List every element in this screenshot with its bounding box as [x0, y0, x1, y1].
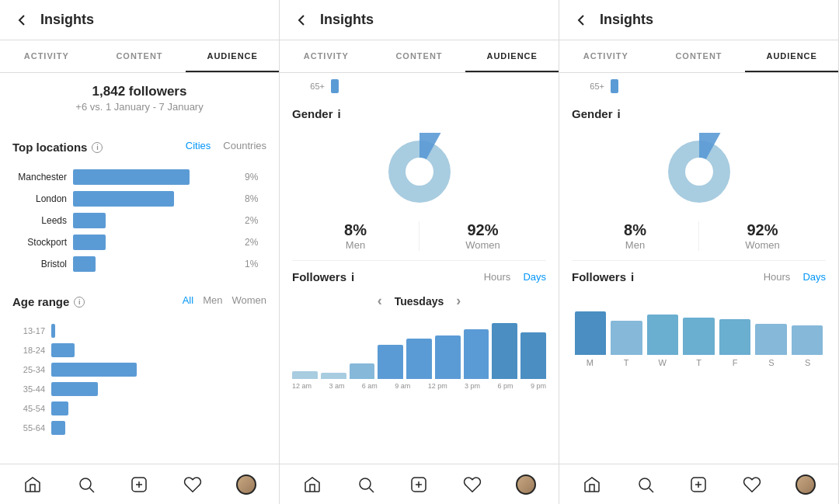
- hourly-bar-1: [321, 373, 346, 379]
- age-tab-men[interactable]: Men: [203, 294, 222, 306]
- svg-point-7: [406, 158, 433, 186]
- heart-icon-1[interactable]: [183, 474, 203, 495]
- hourly-labels-2: 12 am 3 am 6 am 9 am 12 pm 3 pm 6 pm 9 p…: [292, 382, 546, 390]
- followers-section-header-3: Followers i Hours Days: [572, 270, 826, 283]
- tab-activity-2[interactable]: ACTIVITY: [280, 40, 373, 72]
- panel-2: Insights ACTIVITY CONTENT AUDIENCE 65+ G…: [280, 0, 559, 504]
- add-icon-1[interactable]: [129, 474, 149, 495]
- gender-info-icon-2[interactable]: i: [338, 107, 341, 120]
- home-icon-1[interactable]: [23, 474, 43, 495]
- age-bar-13-17: 13-17: [12, 324, 266, 338]
- gender-men-stat-2: 8% Men: [292, 221, 420, 251]
- clipped-age-bar-3: [611, 79, 618, 93]
- bar-label-manchester: Manchester: [12, 172, 67, 182]
- add-icon-2[interactable]: [409, 474, 429, 495]
- time-toggle-3: Hours Days: [764, 271, 826, 283]
- age-bar-45-54: 45-54: [12, 401, 266, 415]
- tab-audience-2[interactable]: AUDIENCE: [465, 40, 559, 72]
- tab-audience-3[interactable]: AUDIENCE: [745, 40, 838, 72]
- prev-day-icon-2[interactable]: ‹: [378, 293, 382, 309]
- tabs-1: ACTIVITY CONTENT AUDIENCE: [0, 40, 279, 73]
- days-tab-3[interactable]: Days: [802, 271, 826, 283]
- age-range-header: Age range i All Men Women: [12, 284, 266, 316]
- bar-fill-london: [73, 191, 174, 207]
- bottom-nav-1: [0, 464, 279, 504]
- bar-row-leeds: Leeds 2%: [12, 213, 266, 228]
- hour-label-5: 3 pm: [465, 382, 480, 390]
- bar-fill-manchester: [73, 169, 190, 185]
- countries-tab[interactable]: Countries: [223, 140, 266, 151]
- age-tab-women[interactable]: Women: [232, 294, 266, 306]
- tab-content-1[interactable]: CONTENT: [93, 40, 186, 72]
- week-label-T1: T: [608, 358, 645, 367]
- heart-icon-3[interactable]: [742, 474, 762, 495]
- bar-row-london: London 8%: [12, 191, 266, 207]
- age-range-info-icon[interactable]: i: [74, 297, 85, 308]
- tab-activity-1[interactable]: ACTIVITY: [0, 40, 93, 72]
- weekly-bar-T1: [611, 321, 642, 355]
- avatar-1: [236, 474, 256, 495]
- bar-track-london: [73, 191, 235, 207]
- bar-row-stockport: Stockport 2%: [12, 235, 266, 250]
- followers-header: 1,842 followers +6 vs. 1 January - 7 Jan…: [12, 73, 266, 119]
- gender-women-stat-3: 92% Women: [699, 221, 826, 251]
- tab-activity-3[interactable]: ACTIVITY: [559, 40, 653, 72]
- tab-content-2[interactable]: CONTENT: [373, 40, 466, 72]
- weekly-bar-S2: [792, 325, 823, 355]
- followers-info-icon-2[interactable]: i: [351, 270, 354, 283]
- hour-label-7: 9 pm: [531, 382, 546, 390]
- add-icon-3[interactable]: [688, 474, 708, 495]
- top-locations-title: Top locations i: [12, 141, 103, 154]
- svg-point-0: [80, 478, 91, 489]
- hours-tab-2[interactable]: Hours: [484, 271, 511, 283]
- hour-label-4: 12 pm: [428, 382, 447, 390]
- week-label-S2: S: [789, 358, 826, 367]
- gender-section-3: Gender i 8% Men 92% Women: [572, 98, 826, 261]
- age-fill-55-64: [51, 421, 65, 435]
- home-icon-3[interactable]: [582, 474, 602, 495]
- age-fill-45-54: [51, 401, 68, 415]
- age-tab-all[interactable]: All: [183, 294, 193, 306]
- bar-track-leeds: [73, 213, 235, 228]
- gender-stats-3: 8% Men 92% Women: [572, 221, 826, 251]
- age-fill-13-17: [51, 324, 55, 338]
- tab-content-3[interactable]: CONTENT: [653, 40, 746, 72]
- weekly-bar-F: [719, 319, 750, 355]
- hours-tab-3[interactable]: Hours: [764, 271, 791, 283]
- day-nav-2: ‹ Tuesdays ›: [292, 293, 546, 309]
- tab-audience-1[interactable]: AUDIENCE: [186, 40, 279, 72]
- age-label-13-17: 13-17: [12, 326, 45, 335]
- profile-icon-2[interactable]: [516, 474, 536, 495]
- profile-icon-1[interactable]: [236, 474, 256, 495]
- weekly-bar-S1: [755, 324, 786, 355]
- top-locations-info-icon[interactable]: i: [92, 142, 103, 153]
- followers-section-2: Followers i Hours Days ‹ Tuesdays ›: [292, 261, 546, 399]
- page-title-1: Insights: [40, 12, 94, 28]
- back-arrow-icon-2[interactable]: [292, 11, 311, 30]
- followers-info-icon-3[interactable]: i: [631, 270, 634, 283]
- profile-icon-3[interactable]: [795, 474, 816, 495]
- days-tab-2[interactable]: Days: [523, 271, 546, 283]
- search-icon-1[interactable]: [76, 474, 96, 495]
- age-label-25-34: 25-34: [12, 365, 45, 374]
- age-range-title: Age range i: [12, 295, 85, 308]
- followers-change: +6 vs. 1 January - 7 January: [12, 101, 266, 113]
- week-label-T2: T: [681, 358, 717, 367]
- next-day-icon-2[interactable]: ›: [456, 293, 461, 309]
- hourly-bar-5: [435, 335, 461, 379]
- heart-icon-2[interactable]: [462, 474, 482, 495]
- back-arrow-icon-1[interactable]: [12, 11, 31, 30]
- svg-line-17: [649, 488, 653, 492]
- hour-label-3: 9 am: [395, 382, 410, 390]
- followers-title-2: Followers i: [292, 270, 354, 283]
- gender-info-icon-3[interactable]: i: [618, 107, 621, 120]
- back-arrow-icon-3[interactable]: [572, 11, 590, 30]
- tabs-3: ACTIVITY CONTENT AUDIENCE: [559, 40, 838, 73]
- age-bar-35-44: 35-44: [12, 382, 266, 396]
- location-bar-chart: Manchester 9% London 8% Leeds 2%: [12, 169, 266, 272]
- home-icon-2[interactable]: [302, 474, 322, 495]
- search-icon-3[interactable]: [635, 474, 656, 495]
- search-icon-2[interactable]: [356, 474, 376, 495]
- week-label-M: M: [572, 358, 608, 367]
- cities-tab[interactable]: Cities: [186, 140, 211, 151]
